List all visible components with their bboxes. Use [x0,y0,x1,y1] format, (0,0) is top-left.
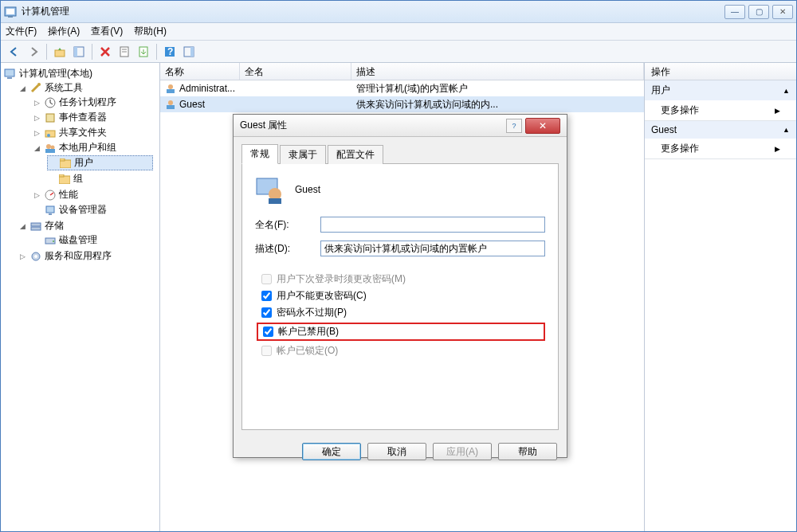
action-group-guest[interactable]: Guest▲ [645,121,796,139]
chk-never-expire[interactable]: 密码永不过期(P) [261,306,545,319]
menubar: 文件(F) 操作(A) 查看(V) 帮助(H) [1,23,796,41]
menu-view[interactable]: 查看(V) [91,25,123,38]
event-icon [44,112,57,123]
list-row[interactable]: Administrat... 管理计算机(域)的内置帐户 [160,80,644,96]
desc-field[interactable] [320,241,545,256]
svg-point-16 [37,83,41,86]
menu-action[interactable]: 操作(A) [48,25,80,38]
back-button[interactable] [6,43,23,61]
svg-point-22 [51,145,55,149]
svg-rect-27 [59,174,64,177]
tree-device-manager[interactable]: 设备管理器 [33,203,155,217]
expand-icon[interactable]: ▷ [33,128,41,137]
menu-help[interactable]: 帮助(H) [134,25,167,38]
tab-memberof[interactable]: 隶属于 [280,145,326,164]
menu-file[interactable]: 文件(F) [6,25,37,38]
action-more-users[interactable]: 更多操作▶ [645,100,796,120]
help-button[interactable]: ? [161,43,179,61]
dialog-title: Guest 属性 [240,119,287,132]
svg-rect-15 [7,77,12,79]
users-icon [44,143,57,154]
chk-cannot-change-box[interactable] [261,291,272,301]
chk-locked-box [261,346,272,356]
fullname-field[interactable] [320,217,545,233]
action-more-guest[interactable]: 更多操作▶ [645,139,796,158]
forward-button[interactable] [25,43,42,61]
services-icon [29,251,42,262]
tree-system-tools[interactable]: ◢ 系统工具 [18,81,156,95]
shared-folder-icon [44,127,57,139]
svg-point-21 [46,144,51,149]
tree-groups[interactable]: 组 [47,172,153,186]
export-list-button[interactable] [135,43,152,61]
tab-general[interactable]: 常规 [241,144,278,164]
expand-icon[interactable]: ▷ [18,252,27,260]
tree-users[interactable]: 用户 [47,155,153,170]
cancel-button[interactable]: 取消 [367,443,426,460]
collapse-icon[interactable]: ◢ [33,143,41,152]
user-large-icon [255,175,284,204]
properties-button[interactable] [116,43,133,61]
tools-icon [29,83,42,94]
show-hide-action-button[interactable] [180,43,198,61]
chevron-right-icon: ▶ [775,107,780,115]
chk-never-expire-box[interactable] [261,307,272,318]
tree-services-apps[interactable]: ▷服务和应用程序 [18,249,156,263]
chk-cannot-change[interactable]: 用户不能更改密码(C) [261,289,545,303]
collapse-icon: ▲ [783,87,790,95]
storage-icon [29,221,42,232]
dialog-body: 常规 隶属于 配置文件 Guest 全名(F): 描述(D): 用户 [234,137,567,436]
tree-local-users[interactable]: ◢本地用户和组 [33,141,155,155]
tree-disk-mgmt[interactable]: 磁盘管理 [33,233,155,247]
action-group-users[interactable]: 用户▲ [645,80,796,100]
collapse-icon[interactable]: ◢ [18,84,27,92]
svg-rect-31 [31,223,41,226]
ok-button[interactable]: 确定 [302,443,361,460]
computer-icon [4,68,17,80]
tree-task-scheduler[interactable]: ▷任务计划程序 [33,96,155,109]
list-header: 名称 全名 描述 [160,63,644,80]
list-row[interactable]: Guest 供来宾访问计算机或访问域的内... [160,96,644,112]
up-button[interactable] [51,43,69,61]
help-button[interactable]: 帮助 [498,443,557,460]
chk-must-change: 用户下次登录时须更改密码(M) [261,272,545,286]
apply-button[interactable]: 应用(A) [433,443,492,460]
svg-rect-30 [49,213,52,215]
svg-rect-43 [269,198,281,204]
tree-performance[interactable]: ▷性能 [33,188,155,201]
svg-text:?: ? [167,46,173,57]
svg-rect-40 [167,105,175,109]
col-fullname[interactable]: 全名 [240,63,351,80]
svg-rect-29 [46,206,54,213]
col-desc[interactable]: 描述 [351,63,644,80]
close-button[interactable]: ✕ [772,5,793,19]
show-hide-tree-button[interactable] [70,43,88,61]
tree-shared-folders[interactable]: ▷共享文件夹 [33,126,155,139]
svg-rect-2 [8,16,13,18]
col-name[interactable]: 名称 [160,63,240,80]
svg-rect-18 [46,114,54,122]
maximize-button[interactable]: ▢ [748,5,769,19]
tree-root[interactable]: 计算机管理(本地) [4,67,158,80]
svg-point-39 [168,100,173,105]
desc-label: 描述(D): [255,242,312,256]
dialog-close-button[interactable]: ✕ [525,118,560,134]
svg-rect-32 [31,227,41,230]
tree-storage[interactable]: ◢存储 [18,219,156,233]
svg-rect-5 [74,47,77,57]
dialog-help-button[interactable]: ? [506,119,522,133]
tree-event-viewer[interactable]: ▷事件查看器 [33,111,155,124]
expand-icon[interactable]: ▷ [33,98,41,107]
chk-disabled-box[interactable] [263,327,273,337]
chevron-right-icon: ▶ [775,145,780,153]
chk-locked: 帐户已锁定(O) [261,344,545,358]
properties-dialog: Guest 属性 ? ✕ 常规 隶属于 配置文件 Guest 全名(F): 描述… [233,114,567,458]
expand-icon[interactable]: ▷ [33,190,41,199]
delete-button[interactable] [96,43,114,61]
collapse-icon[interactable]: ◢ [18,221,27,230]
chk-disabled[interactable]: 帐户已禁用(B) [257,323,545,341]
minimize-button[interactable]: — [724,5,745,19]
tab-profile[interactable]: 配置文件 [328,145,383,164]
expand-icon[interactable]: ▷ [33,113,41,122]
user-icon [165,99,176,110]
